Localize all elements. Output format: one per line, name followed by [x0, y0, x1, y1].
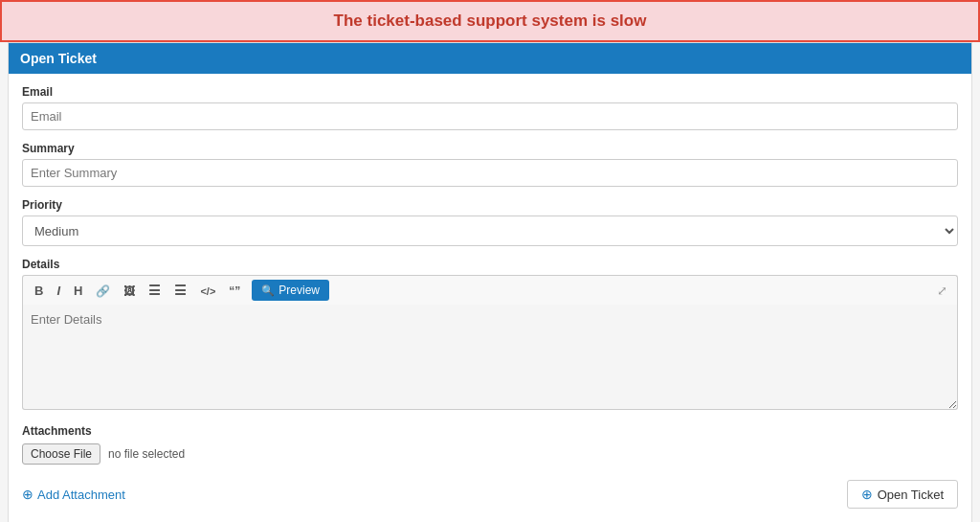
preview-search-icon: 🔍 — [261, 284, 275, 297]
footer-row: ⊕ Add Attachment ⊕ Open Ticket — [22, 474, 958, 511]
code-icon: </> — [200, 285, 215, 297]
plus-circle-icon: ⊕ — [22, 487, 33, 502]
quote-icon: “” — [229, 284, 240, 298]
summary-input[interactable] — [22, 159, 958, 187]
panel-header: Open Ticket — [9, 43, 971, 74]
preview-button[interactable]: 🔍 Preview — [252, 280, 329, 301]
code-button[interactable]: </> — [194, 282, 221, 300]
image-icon: 🖼 — [123, 284, 135, 298]
alert-banner: The ticket-based support system is slow — [0, 0, 980, 42]
expand-icon[interactable]: ⤢ — [933, 282, 951, 300]
open-ticket-button[interactable]: ⊕ Open Ticket — [847, 480, 958, 509]
image-button[interactable]: 🖼 — [118, 282, 141, 300]
ordered-list-button[interactable]: ☰ — [168, 281, 192, 300]
unordered-list-button[interactable]: ☰ — [143, 281, 167, 300]
quote-button[interactable]: “” — [223, 282, 246, 300]
summary-label: Summary — [22, 142, 958, 155]
open-ticket-panel: Open Ticket Email Summary Priority Low M… — [8, 42, 972, 522]
open-ticket-plus-icon: ⊕ — [861, 487, 873, 502]
email-label: Email — [22, 85, 958, 99]
priority-label: Priority — [22, 198, 958, 212]
details-group: Details B I H 🔗 🖼 ☰ — [22, 258, 958, 413]
editor-wrapper — [22, 305, 958, 413]
link-button[interactable]: 🔗 — [90, 282, 116, 300]
summary-group: Summary — [22, 142, 958, 187]
priority-group: Priority Low Medium High Critical — [22, 198, 958, 246]
editor-toolbar: B I H 🔗 🖼 ☰ ☰ — [22, 275, 958, 305]
add-attachment-link[interactable]: ⊕ Add Attachment — [22, 487, 125, 502]
alert-text: The ticket-based support system is slow — [334, 11, 647, 30]
attachments-section: Attachments Choose File no file selected — [22, 424, 958, 465]
ol-icon: ☰ — [174, 283, 187, 298]
bold-button[interactable]: B — [29, 282, 49, 300]
ul-icon: ☰ — [148, 283, 161, 298]
choose-file-button[interactable]: Choose File — [22, 443, 100, 465]
file-input-row: Choose File no file selected — [22, 443, 958, 465]
link-icon: 🔗 — [96, 284, 110, 298]
email-input[interactable] — [22, 102, 958, 130]
panel-body: Email Summary Priority Low Medium High C… — [9, 74, 971, 522]
details-label: Details — [22, 258, 958, 271]
heading-button[interactable]: H — [68, 282, 88, 300]
details-textarea[interactable] — [22, 305, 958, 410]
no-file-text: no file selected — [108, 447, 185, 461]
italic-button[interactable]: I — [51, 282, 66, 300]
email-group: Email — [22, 85, 958, 130]
attachments-label: Attachments — [22, 424, 958, 438]
priority-select[interactable]: Low Medium High Critical — [22, 216, 958, 246]
